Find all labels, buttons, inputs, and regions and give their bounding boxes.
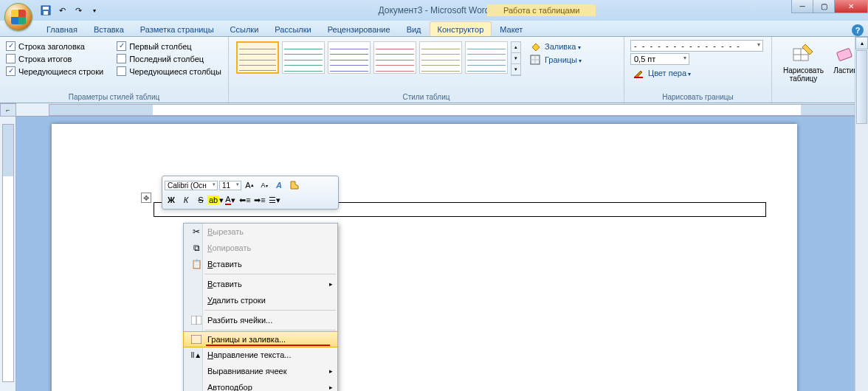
minimize-button[interactable]: ─ (791, 0, 813, 13)
scroll-up-button[interactable]: ▴ (855, 37, 868, 49)
strikethrough-icon[interactable]: S (194, 193, 207, 207)
ctx-cell-alignment[interactable]: Выравнивание ячеек (184, 363, 337, 379)
text-direction-icon: ll▲ (188, 351, 204, 359)
scroll-thumb[interactable] (856, 50, 867, 124)
styles-icon[interactable]: A (272, 179, 286, 192)
svg-rect-10 (836, 48, 852, 60)
bucket-icon (530, 41, 542, 52)
pen-icon (633, 68, 645, 78)
mini-size-combo[interactable]: 11 (219, 181, 241, 190)
highlight-underline (206, 345, 330, 346)
canvas[interactable] (16, 117, 868, 391)
undo-icon[interactable]: ↶ (55, 3, 69, 18)
tab-design[interactable]: Конструктор (430, 21, 492, 36)
font-color-icon[interactable]: A▾ (224, 193, 237, 207)
label-banded-cols: Чередующиеся столбцы (129, 67, 221, 76)
ribbon-tabs: Главная Вставка Разметка страницы Ссылки… (0, 21, 868, 37)
tab-mailings[interactable]: Рассылки (266, 21, 319, 36)
check-banded-cols[interactable] (117, 66, 126, 76)
tab-page-layout[interactable]: Разметка страницы (132, 21, 222, 36)
borders-icon (530, 55, 542, 65)
save-icon[interactable] (38, 3, 53, 18)
mini-toolbar: Calibri (Осн 11 A▴ A▾ A Ж К S ab▾ A▾ ⬅≡ … (162, 176, 339, 210)
borders-shading-icon (188, 335, 204, 344)
table-move-handle[interactable] (141, 193, 151, 203)
redo-icon[interactable]: ↷ (71, 3, 86, 18)
pen-color-button[interactable]: Цвет пера (630, 66, 765, 80)
ribbon: Строка заголовка Строка итогов Чередующи… (0, 37, 868, 103)
check-header-row[interactable] (6, 41, 16, 51)
decrease-indent-icon[interactable]: ⬅≡ (238, 193, 252, 207)
style-item-4[interactable] (373, 41, 416, 74)
qat-more-icon[interactable]: ▾ (87, 3, 102, 18)
bold-icon[interactable]: Ж (165, 193, 178, 207)
eraser-icon (833, 41, 857, 65)
check-first-col[interactable] (117, 41, 126, 51)
line-weight-combo[interactable]: 0,5 пт (630, 53, 689, 65)
paste-icon: 📋 (188, 259, 204, 269)
italic-icon[interactable]: К (179, 193, 193, 207)
draw-table-button[interactable]: Нарисовать таблицу (778, 40, 829, 84)
vertical-scrollbar[interactable]: ▴ (855, 37, 868, 391)
context-tab-title: Работа с таблицами (487, 4, 596, 16)
ctx-insert[interactable]: Вставить (184, 276, 337, 292)
title-bar: ↶ ↷ ▾ Документ3 - Microsoft Word Работа … (0, 0, 868, 21)
ctx-autofit[interactable]: Автоподбор (184, 379, 337, 391)
style-item-1[interactable] (236, 41, 279, 74)
style-item-5[interactable] (419, 41, 462, 74)
label-first-col: Первый столбец (129, 42, 191, 51)
gallery-more[interactable]: ▴▾▾ (511, 41, 521, 76)
tab-insert[interactable]: Вставка (86, 21, 132, 36)
office-button[interactable] (4, 3, 32, 31)
check-total-row[interactable] (6, 54, 16, 63)
tab-view[interactable]: Вид (399, 21, 430, 36)
format-painter-icon[interactable] (287, 179, 300, 192)
svg-rect-2 (44, 11, 48, 15)
ctx-text-direction[interactable]: ll▲Направление текста... (184, 347, 337, 363)
tab-layout[interactable]: Макет (492, 21, 531, 36)
svg-rect-13 (191, 335, 202, 344)
highlight-icon[interactable]: ab▾ (209, 193, 222, 207)
ctx-borders-shading[interactable]: Границы и заливка... (183, 331, 338, 347)
shrink-font-icon[interactable]: A▾ (258, 179, 271, 192)
grow-font-icon[interactable]: A▴ (243, 179, 256, 192)
horizontal-ruler-row: ⌐ (0, 103, 868, 117)
shading-button[interactable]: Заливка (527, 40, 585, 53)
copy-icon: ⧉ (188, 243, 204, 253)
ctx-split-cells[interactable]: Разбить ячейки... (184, 312, 337, 328)
increase-indent-icon[interactable]: ➡≡ (253, 193, 266, 207)
line-style-combo[interactable]: - - - - - - - - - - - - - - (630, 40, 763, 52)
label-total-row: Строка итогов (18, 55, 72, 63)
group-label-style-options: Параметры стилей таблиц (6, 91, 222, 101)
tab-home[interactable]: Главная (38, 21, 86, 36)
pencil-table-icon (792, 41, 816, 65)
horizontal-ruler[interactable] (49, 104, 868, 116)
check-banded-rows[interactable] (6, 66, 16, 76)
check-last-col[interactable] (117, 54, 126, 63)
group-draw-borders: - - - - - - - - - - - - - - 0,5 пт Цвет … (624, 37, 772, 103)
bullets-icon[interactable]: ☰▾ (268, 193, 281, 207)
tab-references[interactable]: Ссылки (222, 21, 267, 36)
style-item-2[interactable] (282, 41, 325, 74)
maximize-button[interactable]: ▢ (813, 0, 835, 13)
ctx-paste[interactable]: 📋Вставить (184, 256, 337, 272)
borders-button[interactable]: Границы (527, 53, 585, 66)
tab-review[interactable]: Рецензирование (320, 21, 399, 36)
ruler-corner[interactable]: ⌐ (0, 103, 16, 117)
ctx-delete-rows[interactable]: Удалить строки (184, 292, 337, 308)
page[interactable] (52, 124, 797, 391)
vertical-ruler[interactable] (0, 117, 16, 391)
close-button[interactable]: ✕ (834, 0, 868, 13)
context-menu: ✂Вырезать ⧉Копировать 📋Вставить Вставить… (183, 223, 338, 391)
style-item-6[interactable] (465, 41, 508, 74)
group-table-styles: ▴▾▾ Заливка Границы Стили таблиц (229, 37, 624, 103)
document-area (0, 117, 868, 391)
svg-rect-1 (43, 7, 49, 10)
ctx-copy: ⧉Копировать (184, 240, 337, 256)
help-icon[interactable]: ? (852, 24, 864, 36)
style-item-3[interactable] (328, 41, 371, 74)
mini-font-combo[interactable]: Calibri (Осн (165, 181, 218, 190)
window-title: Документ3 - Microsoft Word (378, 5, 489, 15)
table-style-gallery[interactable]: ▴▾▾ (235, 40, 523, 77)
group-style-options: Строка заголовка Строка итогов Чередующи… (0, 37, 229, 103)
